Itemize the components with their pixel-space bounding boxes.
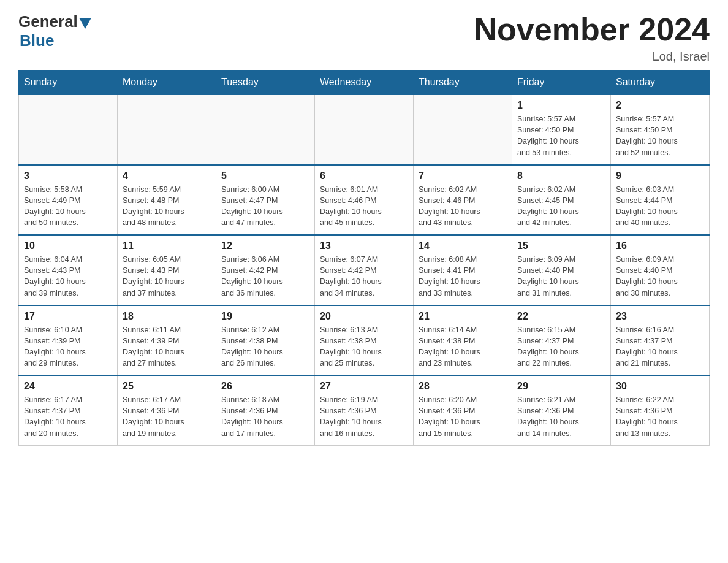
day-number: 16: [616, 240, 704, 251]
day-number: 7: [419, 170, 507, 182]
calendar-cell-w3-d2: 11Sunrise: 6:05 AM Sunset: 4:43 PM Dayli…: [118, 235, 216, 305]
calendar-week-3: 10Sunrise: 6:04 AM Sunset: 4:43 PM Dayli…: [19, 235, 710, 305]
day-number: 12: [221, 240, 309, 251]
calendar-cell-w4-d7: 23Sunrise: 6:16 AM Sunset: 4:37 PM Dayli…: [611, 305, 710, 376]
day-number: 18: [123, 311, 211, 322]
day-number: 2: [616, 100, 704, 111]
calendar-cell-w2-d1: 3Sunrise: 5:58 AM Sunset: 4:49 PM Daylig…: [19, 165, 118, 236]
day-info: Sunrise: 6:02 AM Sunset: 4:46 PM Dayligh…: [419, 184, 507, 229]
day-number: 8: [517, 170, 605, 182]
calendar-week-4: 17Sunrise: 6:10 AM Sunset: 4:39 PM Dayli…: [19, 305, 710, 376]
location-subtitle: Lod, Israel: [474, 50, 710, 64]
logo-triangle-icon: [79, 18, 91, 29]
calendar-week-5: 24Sunrise: 6:17 AM Sunset: 4:37 PM Dayli…: [19, 375, 710, 445]
day-info: Sunrise: 6:16 AM Sunset: 4:37 PM Dayligh…: [616, 324, 704, 369]
day-number: 15: [517, 240, 605, 251]
day-info: Sunrise: 6:12 AM Sunset: 4:38 PM Dayligh…: [221, 324, 309, 369]
header-sunday: Sunday: [19, 71, 118, 95]
calendar-header-row: SundayMondayTuesdayWednesdayThursdayFrid…: [19, 71, 710, 95]
calendar-cell-w1-d3: [216, 94, 315, 165]
day-number: 27: [320, 381, 408, 392]
day-number: 28: [419, 381, 507, 392]
calendar-cell-w5-d4: 27Sunrise: 6:19 AM Sunset: 4:36 PM Dayli…: [315, 375, 414, 445]
calendar-cell-w5-d5: 28Sunrise: 6:20 AM Sunset: 4:36 PM Dayli…: [414, 375, 512, 445]
day-number: 1: [517, 100, 605, 111]
calendar-cell-w4-d6: 22Sunrise: 6:15 AM Sunset: 4:37 PM Dayli…: [512, 305, 611, 376]
day-info: Sunrise: 5:57 AM Sunset: 4:50 PM Dayligh…: [616, 113, 704, 158]
calendar-cell-w5-d6: 29Sunrise: 6:21 AM Sunset: 4:36 PM Dayli…: [512, 375, 611, 445]
day-number: 21: [419, 311, 507, 322]
day-number: 10: [24, 240, 112, 251]
day-info: Sunrise: 5:58 AM Sunset: 4:49 PM Dayligh…: [24, 184, 112, 229]
day-info: Sunrise: 6:02 AM Sunset: 4:45 PM Dayligh…: [517, 184, 605, 229]
day-info: Sunrise: 6:21 AM Sunset: 4:36 PM Dayligh…: [517, 394, 605, 439]
calendar-cell-w5-d1: 24Sunrise: 6:17 AM Sunset: 4:37 PM Dayli…: [19, 375, 118, 445]
day-info: Sunrise: 6:17 AM Sunset: 4:37 PM Dayligh…: [24, 394, 112, 439]
day-number: 6: [320, 170, 408, 182]
day-info: Sunrise: 6:18 AM Sunset: 4:36 PM Dayligh…: [221, 394, 309, 439]
day-number: 14: [419, 240, 507, 251]
day-info: Sunrise: 6:15 AM Sunset: 4:37 PM Dayligh…: [517, 324, 605, 369]
day-info: Sunrise: 6:01 AM Sunset: 4:46 PM Dayligh…: [320, 184, 408, 229]
calendar-cell-w4-d5: 21Sunrise: 6:14 AM Sunset: 4:38 PM Dayli…: [414, 305, 512, 376]
calendar-week-2: 3Sunrise: 5:58 AM Sunset: 4:49 PM Daylig…: [19, 165, 710, 236]
calendar-cell-w1-d6: 1Sunrise: 5:57 AM Sunset: 4:50 PM Daylig…: [512, 94, 611, 165]
day-info: Sunrise: 6:14 AM Sunset: 4:38 PM Dayligh…: [419, 324, 507, 369]
calendar-cell-w3-d6: 15Sunrise: 6:09 AM Sunset: 4:40 PM Dayli…: [512, 235, 611, 305]
calendar-table: SundayMondayTuesdayWednesdayThursdayFrid…: [18, 70, 710, 446]
day-number: 24: [24, 381, 112, 392]
calendar-cell-w4-d1: 17Sunrise: 6:10 AM Sunset: 4:39 PM Dayli…: [19, 305, 118, 376]
calendar-cell-w2-d3: 5Sunrise: 6:00 AM Sunset: 4:47 PM Daylig…: [216, 165, 315, 236]
day-info: Sunrise: 5:57 AM Sunset: 4:50 PM Dayligh…: [517, 113, 605, 158]
day-info: Sunrise: 6:05 AM Sunset: 4:43 PM Dayligh…: [123, 254, 211, 299]
calendar-cell-w1-d4: [315, 94, 414, 165]
calendar-cell-w4-d3: 19Sunrise: 6:12 AM Sunset: 4:38 PM Dayli…: [216, 305, 315, 376]
calendar-cell-w1-d7: 2Sunrise: 5:57 AM Sunset: 4:50 PM Daylig…: [611, 94, 710, 165]
calendar-cell-w2-d2: 4Sunrise: 5:59 AM Sunset: 4:48 PM Daylig…: [118, 165, 216, 236]
logo-blue-text: Blue: [20, 31, 54, 50]
day-info: Sunrise: 6:09 AM Sunset: 4:40 PM Dayligh…: [517, 254, 605, 299]
calendar-cell-w4-d4: 20Sunrise: 6:13 AM Sunset: 4:38 PM Dayli…: [315, 305, 414, 376]
logo: General Blue: [18, 12, 91, 50]
calendar-cell-w5-d2: 25Sunrise: 6:17 AM Sunset: 4:36 PM Dayli…: [118, 375, 216, 445]
day-info: Sunrise: 6:20 AM Sunset: 4:36 PM Dayligh…: [419, 394, 507, 439]
header-thursday: Thursday: [414, 71, 512, 95]
day-info: Sunrise: 6:08 AM Sunset: 4:41 PM Dayligh…: [419, 254, 507, 299]
day-number: 5: [221, 170, 309, 182]
day-info: Sunrise: 6:04 AM Sunset: 4:43 PM Dayligh…: [24, 254, 112, 299]
calendar-cell-w3-d1: 10Sunrise: 6:04 AM Sunset: 4:43 PM Dayli…: [19, 235, 118, 305]
logo-general-text: General: [18, 12, 78, 31]
calendar-cell-w3-d5: 14Sunrise: 6:08 AM Sunset: 4:41 PM Dayli…: [414, 235, 512, 305]
calendar-cell-w2-d6: 8Sunrise: 6:02 AM Sunset: 4:45 PM Daylig…: [512, 165, 611, 236]
day-number: 9: [616, 170, 704, 182]
calendar-cell-w5-d3: 26Sunrise: 6:18 AM Sunset: 4:36 PM Dayli…: [216, 375, 315, 445]
day-number: 4: [123, 170, 211, 182]
day-number: 20: [320, 311, 408, 322]
calendar-cell-w2-d5: 7Sunrise: 6:02 AM Sunset: 4:46 PM Daylig…: [414, 165, 512, 236]
page-header: General Blue November 2024 Lod, Israel: [18, 12, 710, 64]
day-info: Sunrise: 6:13 AM Sunset: 4:38 PM Dayligh…: [320, 324, 408, 369]
day-number: 30: [616, 381, 704, 392]
calendar-cell-w1-d1: [19, 94, 118, 165]
day-info: Sunrise: 6:06 AM Sunset: 4:42 PM Dayligh…: [221, 254, 309, 299]
day-info: Sunrise: 6:19 AM Sunset: 4:36 PM Dayligh…: [320, 394, 408, 439]
day-info: Sunrise: 6:07 AM Sunset: 4:42 PM Dayligh…: [320, 254, 408, 299]
day-info: Sunrise: 6:03 AM Sunset: 4:44 PM Dayligh…: [616, 184, 704, 229]
page-title: November 2024: [474, 12, 710, 47]
calendar-cell-w4-d2: 18Sunrise: 6:11 AM Sunset: 4:39 PM Dayli…: [118, 305, 216, 376]
day-info: Sunrise: 6:17 AM Sunset: 4:36 PM Dayligh…: [123, 394, 211, 439]
header-friday: Friday: [512, 71, 611, 95]
day-info: Sunrise: 6:11 AM Sunset: 4:39 PM Dayligh…: [123, 324, 211, 369]
calendar-cell-w3-d7: 16Sunrise: 6:09 AM Sunset: 4:40 PM Dayli…: [611, 235, 710, 305]
day-info: Sunrise: 6:22 AM Sunset: 4:36 PM Dayligh…: [616, 394, 704, 439]
calendar-cell-w5-d7: 30Sunrise: 6:22 AM Sunset: 4:36 PM Dayli…: [611, 375, 710, 445]
header-wednesday: Wednesday: [315, 71, 414, 95]
day-info: Sunrise: 6:00 AM Sunset: 4:47 PM Dayligh…: [221, 184, 309, 229]
day-info: Sunrise: 5:59 AM Sunset: 4:48 PM Dayligh…: [123, 184, 211, 229]
header-saturday: Saturday: [611, 71, 710, 95]
header-tuesday: Tuesday: [216, 71, 315, 95]
day-number: 19: [221, 311, 309, 322]
calendar-cell-w2-d7: 9Sunrise: 6:03 AM Sunset: 4:44 PM Daylig…: [611, 165, 710, 236]
day-number: 17: [24, 311, 112, 322]
day-number: 22: [517, 311, 605, 322]
